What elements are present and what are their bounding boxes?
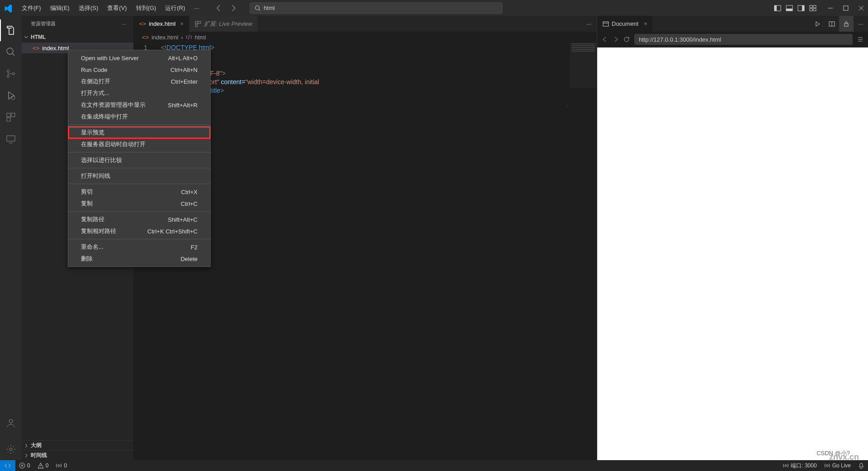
preview-menu-icon[interactable] xyxy=(857,36,863,43)
maximize-icon[interactable] xyxy=(843,5,849,11)
remote-indicator-icon[interactable] xyxy=(0,460,15,471)
symbol-icon xyxy=(186,34,192,40)
status-bar: 0 0 0 端口: 3000 Go Live xyxy=(0,460,868,471)
activity-remote-icon[interactable] xyxy=(0,128,22,150)
svg-point-21 xyxy=(9,419,13,423)
activity-account-icon[interactable] xyxy=(0,412,22,434)
context-menu-item[interactable]: 打开时间线 xyxy=(68,170,210,182)
activity-extensions-icon[interactable] xyxy=(0,106,22,128)
activity-settings-icon[interactable] xyxy=(0,438,22,460)
explorer-more-icon[interactable]: ··· xyxy=(122,21,126,27)
status-warnings[interactable]: 0 xyxy=(34,462,52,469)
command-center-search[interactable]: html xyxy=(250,2,503,14)
chevron-right-icon xyxy=(24,443,29,448)
context-menu-shortcut: Alt+L Alt+O xyxy=(168,55,198,62)
context-menu-item[interactable]: 重命名...F2 xyxy=(68,241,210,253)
context-menu-item[interactable]: Open with Live ServerAlt+L Alt+O xyxy=(68,52,210,64)
preview-more-icon[interactable]: ··· xyxy=(854,16,868,32)
tabs-more-icon[interactable]: ··· xyxy=(581,16,597,32)
html-file-icon: <> xyxy=(142,34,149,41)
nav-back-icon[interactable] xyxy=(213,3,224,14)
preview-tab-document[interactable]: Document × xyxy=(597,16,653,32)
preview-tab-close-icon[interactable]: × xyxy=(644,20,647,27)
explorer-header: 资源管理器 ··· xyxy=(22,16,133,32)
context-menu-item[interactable]: 在服务器启动时自动打开 xyxy=(68,138,210,150)
folder-row[interactable]: HTML xyxy=(22,32,133,43)
error-icon xyxy=(19,462,25,469)
minimize-icon[interactable] xyxy=(827,5,834,11)
panel-bottom-icon[interactable] xyxy=(786,5,793,12)
status-port[interactable]: 端口: 3000 xyxy=(779,462,820,470)
status-bell-icon[interactable] xyxy=(854,462,868,469)
preview-forward-icon[interactable] xyxy=(613,36,619,43)
breadcrumb-sep: › xyxy=(181,34,183,41)
activity-debug-icon[interactable] xyxy=(0,85,22,106)
preview-split-icon[interactable] xyxy=(825,16,839,32)
svg-rect-19 xyxy=(7,118,10,121)
preview-lock-icon[interactable] xyxy=(839,16,854,32)
status-notifications[interactable]: 0 xyxy=(52,462,71,469)
editor-tabs: <> index.html × 扩展: Live Preview ··· xyxy=(134,16,597,32)
tab-index-html[interactable]: <> index.html × xyxy=(134,16,189,32)
preview-icon xyxy=(603,21,609,27)
svg-point-13 xyxy=(7,70,9,72)
context-menu-shortcut: F2 xyxy=(191,244,198,251)
svg-rect-10 xyxy=(813,9,816,11)
context-menu-item[interactable]: 复制Ctrl+C xyxy=(68,198,210,209)
preview-page-content[interactable] xyxy=(597,48,868,460)
menu-view[interactable]: 查看(V) xyxy=(104,2,130,14)
timeline-section[interactable]: 时间线 xyxy=(22,450,133,460)
context-menu-label: 复制路径 xyxy=(81,215,104,224)
nav-forward-icon[interactable] xyxy=(228,3,239,14)
preview-back-icon[interactable] xyxy=(602,36,608,43)
menu-file[interactable]: 文件(F) xyxy=(18,2,45,14)
tab-close-icon[interactable]: × xyxy=(180,20,184,27)
preview-play-icon[interactable] xyxy=(810,16,825,32)
svg-rect-6 xyxy=(802,5,804,11)
preview-address-input[interactable]: http://127.0.0.1:3000/index.html xyxy=(634,34,853,45)
code-content[interactable]: <!DOCTYPE html> "> set="UTF-8"> ="viewpo… xyxy=(161,43,597,95)
warning-icon xyxy=(38,462,44,469)
search-text: html xyxy=(264,5,275,11)
context-menu-separator xyxy=(68,184,210,184)
status-go-live[interactable]: Go Live xyxy=(821,462,854,469)
panel-right-icon[interactable] xyxy=(797,5,805,12)
context-menu-item[interactable]: 打开方式... xyxy=(68,87,210,99)
activity-scm-icon[interactable] xyxy=(0,63,22,85)
menu-goto[interactable]: 转到(G) xyxy=(132,2,160,14)
context-menu-separator xyxy=(68,152,210,152)
breadcrumb[interactable]: <> index.html › html xyxy=(134,32,597,43)
menu-run[interactable]: 运行(R) xyxy=(161,2,189,14)
context-menu-item[interactable]: 在集成终端中打开 xyxy=(68,111,210,123)
menu-edit[interactable]: 编辑(E) xyxy=(47,2,73,14)
context-menu-item[interactable]: 在文件资源管理器中显示Shift+Alt+R xyxy=(68,99,210,111)
activity-explorer-icon[interactable] xyxy=(0,19,22,41)
preview-reload-icon[interactable] xyxy=(623,36,630,43)
activity-search-icon[interactable] xyxy=(0,41,22,63)
menu-more[interactable]: ··· xyxy=(190,3,203,13)
outline-section[interactable]: 大纲 xyxy=(22,440,133,450)
panel-left-icon[interactable] xyxy=(774,5,781,12)
context-menu-item[interactable]: 复制相对路径Ctrl+K Ctrl+Shift+C xyxy=(68,225,210,237)
svg-point-15 xyxy=(13,73,15,75)
menu-select[interactable]: 选择(S) xyxy=(75,2,102,14)
status-errors[interactable]: 0 xyxy=(15,462,34,469)
timeline-label: 时间线 xyxy=(31,452,47,459)
layout-grid-icon[interactable] xyxy=(809,5,816,12)
svg-rect-2 xyxy=(774,5,777,11)
tab-live-preview-ext[interactable]: 扩展: Live Preview xyxy=(189,16,258,32)
minimap[interactable] xyxy=(570,43,597,88)
context-menu-label: 复制 xyxy=(81,200,93,208)
svg-point-30 xyxy=(58,465,60,466)
context-menu-item[interactable]: 在侧边打开Ctrl+Enter xyxy=(68,76,210,87)
svg-rect-18 xyxy=(11,113,15,117)
close-icon[interactable] xyxy=(858,5,864,11)
context-menu-item[interactable]: 删除Delete xyxy=(68,253,210,265)
context-menu-item[interactable]: 显示预览 xyxy=(68,127,210,138)
context-menu-item[interactable]: 选择以进行比较 xyxy=(68,154,210,166)
breadcrumb-file: index.html xyxy=(151,34,178,41)
broadcast-icon xyxy=(824,462,830,469)
context-menu-item[interactable]: 剪切Ctrl+X xyxy=(68,186,210,198)
context-menu-item[interactable]: Run CodeCtrl+Alt+N xyxy=(68,64,210,76)
context-menu-item[interactable]: 复制路径Shift+Alt+C xyxy=(68,214,210,225)
